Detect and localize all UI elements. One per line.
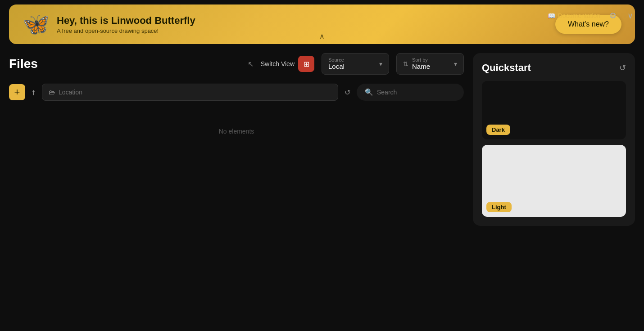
doc-icon: 📖 [548, 12, 555, 19]
welcome-banner: 🦋 Hey, this is Linwood Butterfly A free … [9, 4, 635, 44]
sort-dropdown[interactable]: ⇅ Sort by Name ▾ [396, 53, 464, 75]
switch-view-button[interactable]: Switch View ⊞ [261, 56, 314, 72]
quickstart-dark-card[interactable]: Dark [482, 81, 626, 139]
main-content: Files ↖ Switch View ⊞ Source Local ▾ ⇅ S… [0, 44, 644, 294]
header-right: 📖 Documentation ⚙ ∨ [548, 9, 635, 22]
banner-subtitle: A free and open-source drawing space! [57, 27, 195, 34]
add-file-button[interactable]: + [9, 84, 25, 100]
sort-dropdown-arrow: ▾ [454, 60, 457, 67]
refresh-button[interactable]: ↺ [343, 86, 352, 98]
sort-label: Sort by [412, 57, 450, 63]
files-title: Files [9, 57, 38, 71]
search-icon: 🔍 [365, 88, 373, 96]
quickstart-light-card[interactable]: Light [482, 145, 626, 217]
switch-view-label: Switch View [261, 60, 295, 67]
cursor-indicator: ↖ [248, 60, 254, 68]
sort-icon: ⇅ [403, 60, 408, 67]
location-bar: 🗁 [42, 84, 338, 101]
navigate-up-button[interactable]: ↑ [30, 86, 37, 99]
no-elements-message: No elements [9, 128, 464, 135]
source-value: Local [328, 63, 345, 70]
file-browser-row: + ↑ 🗁 ↺ 🔍 [9, 84, 464, 101]
source-dropdown-arrow: ▾ [379, 60, 382, 67]
quickstart-refresh-button[interactable]: ↺ [619, 63, 626, 73]
settings-button[interactable]: ⚙ [608, 9, 618, 22]
search-bar: 🔍 [357, 84, 464, 101]
light-badge: Light [486, 202, 512, 212]
dropdown-button[interactable]: ∨ [626, 9, 635, 22]
banner-title: Hey, this is Linwood Butterfly [57, 15, 195, 27]
files-section: Files ↖ Switch View ⊞ Source Local ▾ ⇅ S… [9, 53, 464, 285]
files-header: Files ↖ Switch View ⊞ Source Local ▾ ⇅ S… [9, 53, 464, 75]
source-label: Source [328, 57, 376, 63]
grid-icon: ⊞ [298, 56, 314, 72]
folder-icon: 🗁 [49, 89, 55, 96]
quickstart-section: Quickstart ↺ Dark Light [473, 53, 635, 226]
banner-collapse-button[interactable]: ∧ [319, 32, 325, 40]
source-dropdown[interactable]: Source Local ▾ [322, 53, 389, 75]
quickstart-header: Quickstart ↺ [482, 62, 626, 74]
documentation-link[interactable]: 📖 Documentation [548, 12, 600, 19]
doc-label: Documentation [558, 12, 600, 19]
sort-value: Name [412, 63, 430, 70]
quickstart-title: Quickstart [482, 62, 531, 74]
location-input[interactable] [59, 89, 331, 96]
butterfly-icon: 🦋 [23, 13, 50, 35]
search-input[interactable] [377, 89, 456, 96]
dark-badge: Dark [486, 125, 510, 135]
